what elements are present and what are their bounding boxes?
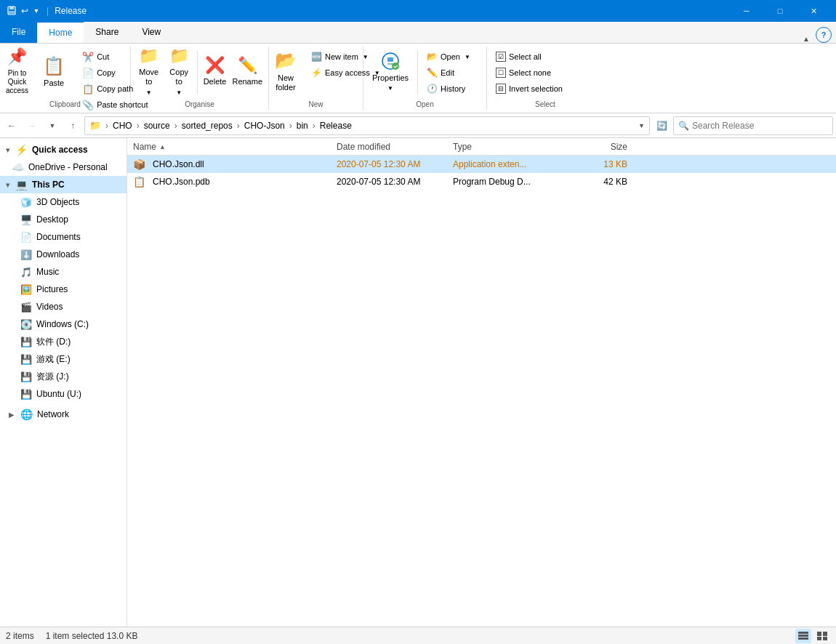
sidebar-item-videos[interactable]: 🎬 Videos [0,298,126,315]
file-row-cho-json-pdb[interactable]: 📋 CHO.Json.pdb 2020-07-05 12:30 AM Progr… [127,173,836,190]
sidebar-item-3d-objects[interactable]: 🧊 3D Objects [0,193,126,211]
cut-icon: ✂️ [82,52,94,63]
copy-paste-col: 📋 Paste [36,47,72,96]
details-view-button[interactable] [795,629,811,643]
sidebar-item-ubuntu-u[interactable]: 💾 Ubuntu (U:) [0,385,126,403]
clipboard-label: Clipboard [0,100,130,108]
address-path[interactable]: 📁 › CHO › source › sorted_repos › CHO-Js… [84,116,650,135]
ribbon: 📌 Pin to Quick access 📋 Paste ✂️ Cut 📄 [0,44,836,113]
sidebar-item-pictures[interactable]: 🖼️ Pictures [0,281,126,298]
open-button[interactable]: 📂 Open ▼ [422,49,475,64]
new-item-label: New item [325,52,358,61]
tab-share[interactable]: Share [84,21,130,43]
move-to-label: Move to [137,68,161,86]
close-button[interactable]: ✕ [797,0,830,22]
sidebar-item-games-e[interactable]: 💾 游戏 (E:) [0,350,126,368]
copy-path-label: Copy path [97,84,133,93]
new-folder-button[interactable]: 📂 New folder [273,47,298,96]
documents-label: Documents [36,232,81,242]
properties-button[interactable]: Properties ▼ [368,47,413,96]
properties-arrow: ▼ [387,85,393,92]
select-none-button[interactable]: ☐ Select none [491,65,567,80]
copy-to-button[interactable]: 📁 Copy to ▼ [165,47,192,96]
network-icon: 🌐 [20,408,33,420]
file-type-cho-json-dll: Application exten... [453,159,569,169]
back-button[interactable]: ← [3,117,20,134]
col-type-header[interactable]: Type [453,142,569,152]
minimize-button[interactable]: ─ [730,0,763,22]
properties-label: Properties [372,73,409,83]
window-title: Release [55,6,730,16]
pictures-icon: 🖼️ [20,284,32,295]
file-row-cho-json-dll[interactable]: 📦 CHO.Json.dll 2020-07-05 12:30 AM Appli… [127,156,836,173]
quick-access-undo[interactable]: ↩ [19,5,31,17]
col-name-header[interactable]: Name ▲ [133,142,337,152]
forward-button[interactable]: → [23,117,41,134]
sidebar-quick-access[interactable]: ▾ ⚡ Quick access [0,141,126,158]
quick-access-dropdown[interactable]: ▼ [32,5,41,17]
rename-button[interactable]: ✏️ Rename [230,47,264,96]
ubuntu-u-label: Ubuntu (U:) [36,389,81,399]
quick-access-save[interactable] [6,5,17,17]
move-to-button[interactable]: 📁 Move to ▼ [135,47,162,96]
copy-to-label: Copy to [166,68,190,86]
move-to-arrow: ▼ [146,89,152,97]
help-button[interactable]: ? [816,27,832,43]
resources-j-icon: 💾 [20,371,32,382]
sidebar-this-pc[interactable]: ▾ 💻 This PC [0,176,126,193]
file-type-cho-json-pdb: Program Debug D... [453,177,569,187]
ribbon-collapse-button[interactable]: ▲ [797,35,816,43]
col-name-label: Name [133,142,156,152]
recent-locations-button[interactable]: ▼ [44,117,61,134]
edit-button[interactable]: ✏️ Edit [422,65,475,80]
delete-button[interactable]: ❌ Delete [202,47,228,96]
sidebar-item-downloads[interactable]: ⬇️ Downloads [0,246,126,263]
sidebar-item-music[interactable]: 🎵 Music [0,263,126,281]
file-size-cho-json-pdb: 42 KB [569,177,627,187]
sidebar-item-windows-c[interactable]: 💽 Windows (C:) [0,315,126,333]
quick-access-label: Quick access [32,145,88,155]
maximize-button[interactable]: □ [763,0,797,22]
refresh-button[interactable]: 🔄 [653,117,670,134]
sidebar-item-software-d[interactable]: 💾 软件 (D:) [0,333,126,350]
paste-label: Paste [44,79,64,88]
sidebar-network[interactable]: ▶ 🌐 Network [0,406,126,423]
tab-file[interactable]: File [0,21,37,43]
sidebar-item-documents[interactable]: 📄 Documents [0,228,126,246]
open-edit-col: 📂 Open ▼ ✏️ Edit 🕐 History [422,47,475,96]
select-all-button[interactable]: ☑ Select all [491,49,567,64]
paste-button[interactable]: 📋 Paste [36,48,72,96]
tab-home[interactable]: Home [37,21,84,43]
select-none-icon: ☐ [496,68,506,78]
onedrive-icon: ☁️ [12,161,24,173]
file-list-header: Name ▲ Date modified Type Size [127,138,836,156]
ribbon-group-select: ☑ Select all ☐ Select none ⊟ Invert sele… [487,47,603,110]
file-name-cho-json-dll: 📦 CHO.Json.dll [133,158,337,170]
organise-label: Organise [131,100,268,108]
ribbon-group-new: 📂 New folder 🆕 New item ▼ ⚡ Easy access … [269,47,363,110]
search-input[interactable] [692,121,828,131]
history-button[interactable]: 🕐 History [422,81,475,96]
sidebar: ▾ ⚡ Quick access ☁️ OneDrive - Personal … [0,138,127,627]
tab-view[interactable]: View [130,21,172,43]
file-size-cho-json-dll: 13 KB [569,159,627,169]
col-date-header[interactable]: Date modified [337,142,453,152]
address-bar: ← → ▼ ↑ 📁 › CHO › source › sorted_repos … [0,113,836,138]
sidebar-item-desktop[interactable]: 🖥️ Desktop [0,211,126,228]
invert-selection-button[interactable]: ⊟ Invert selection [491,81,567,96]
this-pc-icon: 💻 [15,179,28,190]
pin-to-quick-access-button[interactable]: 📌 Pin to Quick access [4,47,30,96]
organise-divider [197,51,198,94]
large-icons-view-button[interactable] [814,629,830,643]
sidebar-item-resources-j[interactable]: 💾 资源 (J:) [0,368,126,385]
network-expand-icon: ▶ [9,411,15,419]
search-box[interactable]: 🔍 [673,116,833,135]
history-icon: 🕐 [427,84,438,94]
quick-access-icon: ⚡ [15,144,28,156]
up-button[interactable]: ↑ [64,117,81,134]
col-size-header[interactable]: Size [569,142,627,152]
status-bar: 2 items 1 item selected 13.0 KB [0,627,836,644]
svg-rect-13 [823,637,827,640]
sidebar-onedrive[interactable]: ☁️ OneDrive - Personal [0,158,126,176]
ribbon-group-organise: 📁 Move to ▼ 📁 Copy to ▼ ❌ Delete ✏️ Rena… [131,47,269,110]
